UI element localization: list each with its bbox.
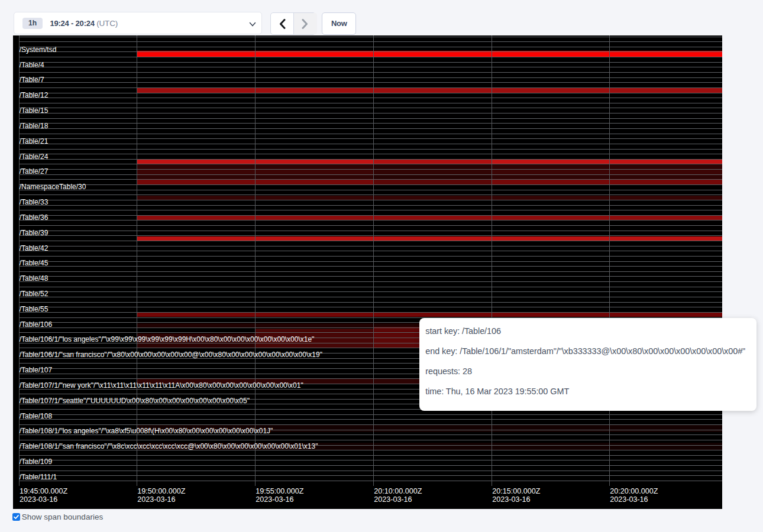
svg-text:2023-03-16: 2023-03-16 — [492, 495, 530, 504]
svg-text:/Table/107/1/"new york"/"\x11\: /Table/107/1/"new york"/"\x11\x11\x11\x1… — [19, 381, 303, 390]
svg-text:19:55:00.000Z: 19:55:00.000Z — [256, 487, 304, 495]
svg-text:/Table/24: /Table/24 — [19, 153, 48, 161]
svg-text:/Table/108: /Table/108 — [19, 412, 52, 420]
svg-text:/Table/45: /Table/45 — [19, 259, 48, 268]
svg-text:2023-03-16: 2023-03-16 — [256, 495, 293, 504]
svg-text:/NamespaceTable/30: /NamespaceTable/30 — [19, 183, 86, 191]
svg-text:2023-03-16: 2023-03-16 — [137, 495, 175, 504]
svg-text:/Table/36: /Table/36 — [19, 213, 48, 222]
svg-text:2023-03-16: 2023-03-16 — [374, 495, 412, 504]
svg-text:/Table/15: /Table/15 — [19, 106, 48, 115]
svg-text:2023-03-16: 2023-03-16 — [19, 495, 57, 504]
svg-text:/System/tsd: /System/tsd — [19, 46, 56, 54]
svg-text:/Table/39: /Table/39 — [19, 229, 48, 237]
svg-text:20:15:00.000Z: 20:15:00.000Z — [492, 487, 541, 495]
svg-text:/Table/107: /Table/107 — [19, 366, 52, 374]
svg-text:2023-03-16: 2023-03-16 — [610, 495, 648, 504]
svg-text:/Table/18: /Table/18 — [19, 122, 48, 130]
svg-text:/Table/108/1/"los angeles"/"\x: /Table/108/1/"los angeles"/"\xa8\xf5\u00… — [19, 427, 273, 436]
svg-text:19:50:00.000Z: 19:50:00.000Z — [137, 487, 186, 495]
svg-text:/Table/111/1: /Table/111/1 — [19, 473, 57, 481]
svg-text:20:20:00.000Z: 20:20:00.000Z — [610, 487, 658, 495]
svg-text:/Table/106: /Table/106 — [19, 320, 52, 329]
svg-text:/Table/27: /Table/27 — [19, 168, 48, 176]
svg-text:/Table/107/1/"seattle"/"UUUUUU: /Table/107/1/"seattle"/"UUUUUUD\x00\x80\… — [19, 397, 249, 405]
svg-text:/Table/108/1/"san francisco"/": /Table/108/1/"san francisco"/"\x8c\xcc\x… — [19, 442, 318, 450]
svg-text:/Table/109: /Table/109 — [19, 458, 52, 466]
svg-text:/Table/12: /Table/12 — [19, 92, 48, 100]
svg-text:/Table/42: /Table/42 — [19, 244, 48, 252]
svg-text:/Table/4: /Table/4 — [19, 61, 44, 69]
svg-text:/Table/21: /Table/21 — [19, 137, 48, 145]
svg-text:/Table/7: /Table/7 — [19, 76, 44, 85]
svg-text:/Table/106/1/"los angeles"/"\x: /Table/106/1/"los angeles"/"\x99\x99\x99… — [19, 336, 314, 344]
svg-text:/Table/55: /Table/55 — [19, 305, 48, 313]
svg-text:/Table/33: /Table/33 — [19, 198, 48, 206]
svg-text:20:10:00.000Z: 20:10:00.000Z — [374, 487, 422, 495]
svg-text:/Table/52: /Table/52 — [19, 290, 48, 298]
svg-text:/Table/48: /Table/48 — [19, 274, 48, 283]
svg-text:/Table/106/1/"san francisco"/": /Table/106/1/"san francisco"/"\x80\x00\x… — [19, 351, 322, 359]
svg-text:19:45:00.000Z: 19:45:00.000Z — [19, 487, 67, 495]
